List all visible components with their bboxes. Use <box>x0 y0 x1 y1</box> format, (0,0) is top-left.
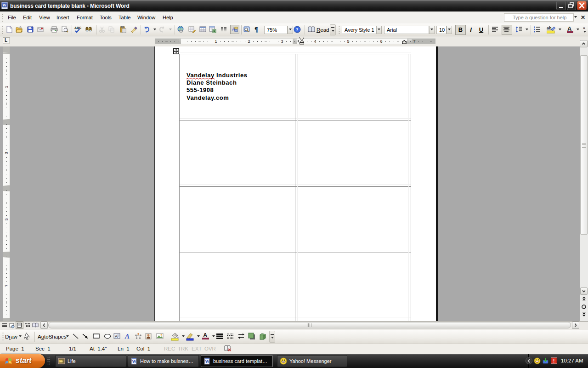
svg-text:7: 7 <box>413 39 415 44</box>
svg-text:1: 1 <box>4 86 9 88</box>
svg-text:!: ! <box>553 358 554 363</box>
svg-text:W: W <box>205 359 209 364</box>
svg-text:7: 7 <box>4 284 9 287</box>
svg-text:W: W <box>2 3 6 7</box>
svg-text:A: A <box>124 333 130 340</box>
svg-text:?: ? <box>296 27 299 32</box>
svg-text:ab: ab <box>547 26 552 30</box>
svg-text:A: A <box>567 25 572 32</box>
svg-text:6: 6 <box>380 39 382 44</box>
svg-text:W: W <box>132 359 136 364</box>
svg-text:¶: ¶ <box>254 26 258 33</box>
svg-text:A: A <box>115 334 118 339</box>
svg-text:1: 1 <box>215 39 217 44</box>
svg-text:3: 3 <box>4 152 9 154</box>
svg-text:5: 5 <box>347 39 349 44</box>
svg-text:3: 3 <box>281 39 283 44</box>
svg-text:2: 2 <box>248 39 250 44</box>
svg-text:4: 4 <box>314 39 316 44</box>
svg-text:ABC: ABC <box>74 26 81 29</box>
svg-text:A: A <box>203 332 208 339</box>
svg-text:5: 5 <box>4 218 9 220</box>
